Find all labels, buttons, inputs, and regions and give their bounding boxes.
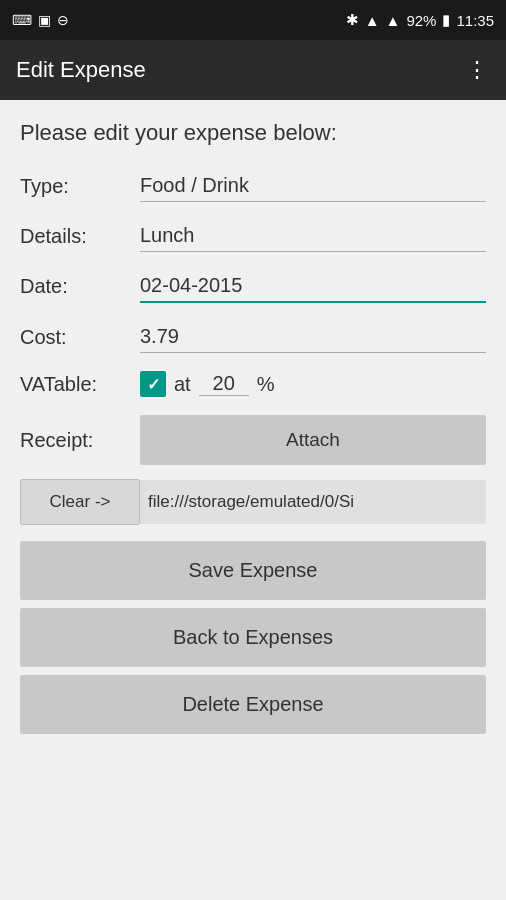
signal-icon: ▲ [386, 12, 401, 29]
battery-level: 92% [406, 12, 436, 29]
content-area: Please edit your expense below: Type: De… [0, 100, 506, 754]
type-row: Type: [20, 170, 486, 202]
block-icon: ⊖ [57, 12, 69, 28]
date-input[interactable] [140, 270, 486, 303]
clear-row: Clear -> file:///storage/emulated/0/Si [20, 479, 486, 525]
screenshot-icon: ▣ [38, 12, 51, 28]
type-label: Type: [20, 175, 140, 198]
battery-icon: ▮ [442, 11, 450, 29]
overflow-menu-button[interactable]: ⋮ [466, 57, 490, 83]
app-bar-title: Edit Expense [16, 57, 146, 83]
vatable-row: VATable: ✓ at % [20, 371, 486, 397]
details-input[interactable] [140, 220, 486, 252]
details-row: Details: [20, 220, 486, 252]
date-label: Date: [20, 275, 140, 298]
clear-button[interactable]: Clear -> [20, 479, 140, 525]
time-display: 11:35 [456, 12, 494, 29]
cost-input[interactable] [140, 321, 486, 353]
bluetooth-icon: ✱ [346, 11, 359, 29]
cost-row: Cost: [20, 321, 486, 353]
vatable-label: VATable: [20, 373, 140, 396]
attach-button[interactable]: Attach [140, 415, 486, 465]
save-expense-button[interactable]: Save Expense [20, 541, 486, 600]
receipt-label: Receipt: [20, 429, 140, 452]
vat-percent-input[interactable] [199, 372, 249, 396]
status-bar-left-icons: ⌨ ▣ ⊖ [12, 12, 69, 28]
app-bar: Edit Expense ⋮ [0, 40, 506, 100]
date-row: Date: [20, 270, 486, 303]
percent-symbol: % [257, 373, 275, 396]
at-text: at [174, 373, 191, 396]
details-label: Details: [20, 225, 140, 248]
delete-expense-button[interactable]: Delete Expense [20, 675, 486, 734]
type-input[interactable] [140, 170, 486, 202]
receipt-row: Receipt: Attach [20, 415, 486, 465]
status-bar-right: ✱ ▲ ▲ 92% ▮ 11:35 [346, 11, 494, 29]
status-bar: ⌨ ▣ ⊖ ✱ ▲ ▲ 92% ▮ 11:35 [0, 0, 506, 40]
usb-icon: ⌨ [12, 12, 32, 28]
cost-label: Cost: [20, 326, 140, 349]
file-path-display: file:///storage/emulated/0/Si [140, 480, 486, 524]
wifi-icon: ▲ [365, 12, 380, 29]
back-to-expenses-button[interactable]: Back to Expenses [20, 608, 486, 667]
vatable-content: ✓ at % [140, 371, 486, 397]
checkmark-icon: ✓ [147, 375, 160, 394]
prompt-text: Please edit your expense below: [20, 120, 486, 146]
action-buttons: Save Expense Back to Expenses Delete Exp… [20, 541, 486, 734]
vatable-checkbox[interactable]: ✓ [140, 371, 166, 397]
